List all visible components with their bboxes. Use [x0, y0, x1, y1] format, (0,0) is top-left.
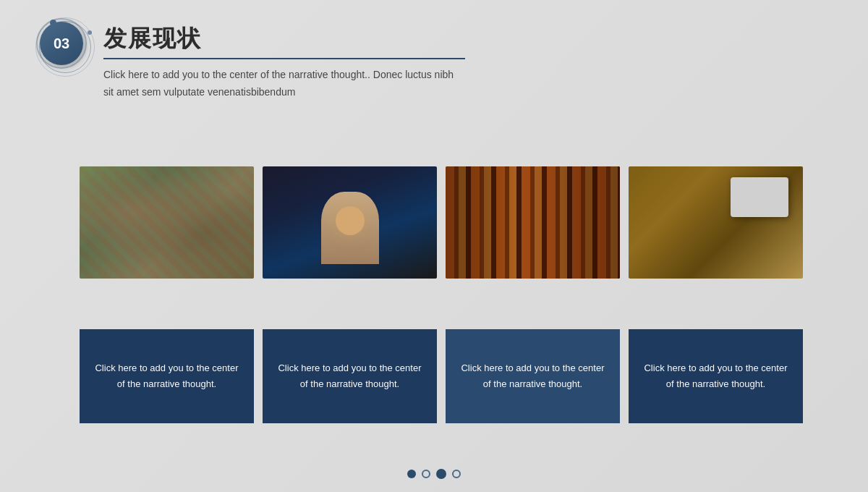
- image-3[interactable]: [446, 166, 620, 279]
- number-badge-wrapper: 03: [40, 22, 90, 72]
- badge-dot-right: [88, 30, 92, 35]
- images-row: [80, 166, 803, 279]
- pagination-dot-2[interactable]: [422, 470, 430, 478]
- header-text-block: 发展现状 Click here to add you to the center…: [103, 20, 465, 101]
- caption-box-1[interactable]: Click here to add you to the center of t…: [80, 329, 254, 423]
- caption-text-4: Click here to add you to the center of t…: [643, 360, 788, 392]
- caption-box-3[interactable]: Click here to add you to the center of t…: [446, 329, 620, 423]
- slide-number: 03: [40, 22, 83, 65]
- subtitle-text: Click here to add you to the center of t…: [103, 67, 465, 101]
- captions-row: Click here to add you to the center of t…: [80, 329, 803, 423]
- title-underline: [103, 58, 465, 59]
- caption-box-2[interactable]: Click here to add you to the center of t…: [263, 329, 437, 423]
- header-section: 03 发展现状 Click here to add you to the cen…: [40, 20, 465, 101]
- number-text: 03: [54, 35, 69, 52]
- page-title: 发展现状: [103, 23, 465, 55]
- pagination-dot-4[interactable]: [452, 470, 461, 478]
- pagination-dot-1[interactable]: [407, 470, 416, 478]
- pagination: [407, 469, 461, 479]
- caption-text-1: Click here to add you to the center of t…: [94, 360, 239, 392]
- caption-box-4[interactable]: Click here to add you to the center of t…: [629, 329, 803, 423]
- image-1[interactable]: [80, 166, 254, 279]
- image-4[interactable]: [629, 166, 803, 279]
- slide-container: 03 发展现状 Click here to add you to the cen…: [0, 0, 868, 492]
- caption-text-2: Click here to add you to the center of t…: [277, 360, 422, 392]
- image-2[interactable]: [263, 166, 437, 279]
- caption-text-3: Click here to add you to the center of t…: [460, 360, 605, 392]
- pagination-dot-3[interactable]: [436, 469, 446, 479]
